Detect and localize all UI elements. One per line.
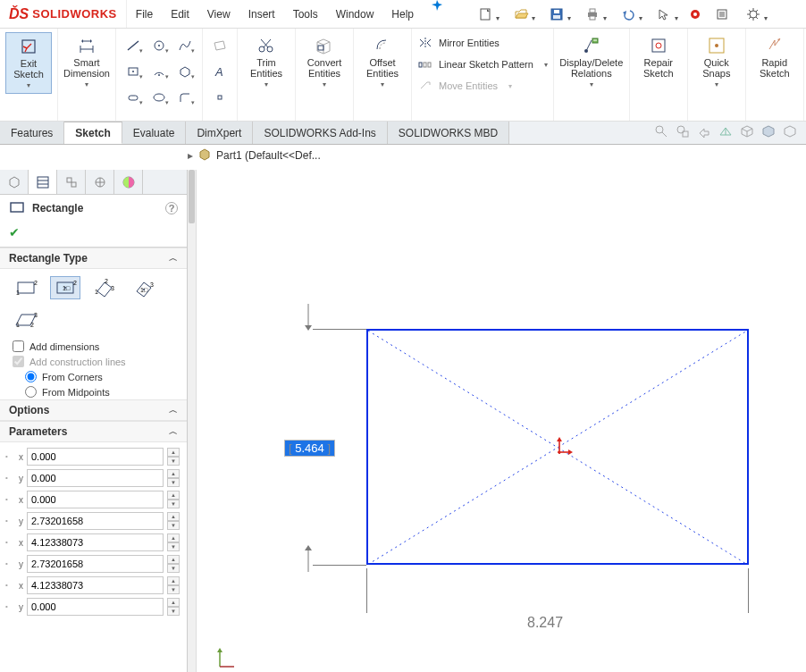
tab-mbd[interactable]: SOLIDWORKS MBD <box>388 122 509 144</box>
spinner-up-icon[interactable]: ▲ <box>167 448 180 457</box>
save-button[interactable]: ▾ <box>541 4 573 24</box>
breadcrumb-part[interactable]: Part1 (Default<<Def... <box>216 149 321 162</box>
spinner-up-icon[interactable]: ▲ <box>167 533 180 542</box>
spinner-down-icon[interactable]: ▼ <box>167 607 180 616</box>
parameter-spinner[interactable]: ▲▼ <box>167 598 180 616</box>
parameters-header[interactable]: Parameters ︿ <box>0 421 187 442</box>
tab-evaluate[interactable]: Evaluate <box>122 122 187 144</box>
menu-file[interactable]: File <box>127 0 162 28</box>
add-dimensions-checkbox[interactable] <box>13 340 24 352</box>
height-dimension-input[interactable]: [ 5.464 ] <box>284 440 335 457</box>
hide-show-icon[interactable] <box>783 124 799 140</box>
options-header[interactable]: Options ︿ <box>0 399 187 421</box>
rebuild-button[interactable] <box>684 4 707 24</box>
parameter-spinner[interactable]: ▲▼ <box>167 469 180 487</box>
parameter-input[interactable] <box>27 533 164 551</box>
parameter-spinner[interactable]: ▲▼ <box>167 491 180 508</box>
open-document-button[interactable]: ▾ <box>505 4 537 24</box>
spinner-up-icon[interactable]: ▲ <box>167 576 180 585</box>
menu-window[interactable]: Window <box>327 0 383 28</box>
spinner-up-icon[interactable]: ▲ <box>167 512 180 521</box>
menu-help[interactable]: Help <box>382 0 423 28</box>
fillet-tool-button[interactable] <box>173 88 197 107</box>
repair-sketch-button[interactable]: Repair Sketch <box>635 32 682 82</box>
select-button[interactable]: ▾ <box>648 4 680 24</box>
from-corners-radio[interactable] <box>25 371 37 382</box>
menu-tools[interactable]: Tools <box>284 0 327 28</box>
parameter-input[interactable] <box>27 448 164 466</box>
linear-sketch-pattern-button[interactable]: Linear Sketch Pattern ▾ <box>417 55 548 73</box>
trim-entities-button[interactable]: Trim Entities ▾ <box>243 32 290 92</box>
arc-tool-button[interactable] <box>147 62 171 81</box>
parameter-spinner[interactable]: ▲▼ <box>167 576 180 594</box>
spinner-down-icon[interactable]: ▼ <box>167 521 180 530</box>
parameter-input[interactable] <box>27 512 164 530</box>
text-tool-button[interactable]: A <box>208 62 231 81</box>
polygon-tool-button[interactable] <box>173 62 197 81</box>
spinner-up-icon[interactable]: ▲ <box>167 555 180 564</box>
spinner-up-icon[interactable]: ▲ <box>167 491 180 500</box>
parameter-input[interactable] <box>27 555 164 573</box>
rapid-sketch-button[interactable]: Rapid Sketch <box>751 32 798 82</box>
graphics-area[interactable]: [ 5.464 ] 8.247 <box>197 170 806 672</box>
from-midpoints-radio[interactable] <box>25 386 37 398</box>
section-view-icon[interactable] <box>718 124 735 140</box>
parameter-spinner[interactable]: ▲▼ <box>167 512 180 530</box>
file-properties-button[interactable] <box>710 4 734 24</box>
display-style-icon[interactable] <box>761 124 777 140</box>
menu-edit[interactable]: Edit <box>162 0 198 28</box>
expand-icon[interactable]: ▸ <box>188 149 193 162</box>
3pt-corner-rectangle-option[interactable]: 123 <box>89 276 120 299</box>
sketch-rectangle[interactable] <box>366 329 749 565</box>
ok-button[interactable]: ✔ <box>9 225 20 239</box>
display-delete-relations-button[interactable]: Display/Delete Relations ▾ <box>559 32 624 92</box>
spinner-down-icon[interactable]: ▼ <box>167 564 180 573</box>
circle-tool-button[interactable] <box>147 36 171 55</box>
pm-tab-display-manager[interactable] <box>114 170 143 194</box>
help-icon[interactable]: ? <box>165 202 178 214</box>
3pt-center-rectangle-option[interactable]: 1□3 <box>129 276 159 299</box>
zoom-area-icon[interactable] <box>676 124 692 140</box>
mirror-entities-button[interactable]: Mirror Entities <box>417 34 548 52</box>
corner-rectangle-option[interactable]: 12 <box>11 276 41 299</box>
spinner-down-icon[interactable]: ▼ <box>167 500 180 508</box>
point-tool-button[interactable] <box>208 88 231 107</box>
tab-dimxpert[interactable]: DimXpert <box>186 122 253 144</box>
width-dimension-label[interactable]: 8.247 <box>527 615 563 631</box>
zoom-fit-icon[interactable] <box>654 124 670 140</box>
spinner-up-icon[interactable]: ▲ <box>167 469 180 478</box>
parameter-input[interactable] <box>27 598 164 616</box>
pm-tab-dimxpert[interactable] <box>86 170 114 194</box>
tab-features[interactable]: Features <box>0 122 64 144</box>
tab-addins[interactable]: SOLIDWORKS Add-Ins <box>253 122 387 144</box>
offset-entities-button[interactable]: Offset Entities ▾ <box>359 32 406 92</box>
parameter-input[interactable] <box>27 469 164 487</box>
spline-tool-button[interactable] <box>173 36 197 55</box>
line-tool-button[interactable] <box>122 36 145 55</box>
smart-dimension-button[interactable]: Smart Dimension ▾ <box>63 32 110 92</box>
spinner-down-icon[interactable]: ▼ <box>167 585 180 594</box>
spinner-up-icon[interactable]: ▲ <box>167 598 180 607</box>
spinner-down-icon[interactable]: ▼ <box>167 457 180 466</box>
tab-sketch[interactable]: Sketch <box>64 122 122 144</box>
previous-view-icon[interactable] <box>697 124 713 140</box>
print-button[interactable]: ▾ <box>576 4 609 24</box>
panel-scrollbar[interactable] <box>188 170 197 672</box>
new-document-button[interactable]: ▾ <box>469 4 501 24</box>
center-rectangle-option[interactable]: 1□2 <box>50 276 80 299</box>
parameter-spinner[interactable]: ▲▼ <box>167 448 180 466</box>
parameter-input[interactable] <box>27 576 164 594</box>
slot-tool-button[interactable] <box>122 88 145 107</box>
menu-insert[interactable]: Insert <box>239 0 284 28</box>
plane-tool-button[interactable] <box>208 36 231 55</box>
rectangle-type-header[interactable]: Rectangle Type ︿ <box>0 248 187 269</box>
ellipse-tool-button[interactable] <box>147 88 171 107</box>
parameter-spinner[interactable]: ▲▼ <box>167 555 180 573</box>
pm-tab-configuration[interactable] <box>57 170 86 194</box>
pm-tab-property-manager[interactable] <box>29 170 57 194</box>
parameter-spinner[interactable]: ▲▼ <box>167 533 180 551</box>
parameter-input[interactable] <box>27 491 164 508</box>
menu-view[interactable]: View <box>198 0 239 28</box>
rectangle-tool-button[interactable] <box>122 62 145 81</box>
convert-entities-button[interactable]: Convert Entities ▾ <box>301 32 348 92</box>
